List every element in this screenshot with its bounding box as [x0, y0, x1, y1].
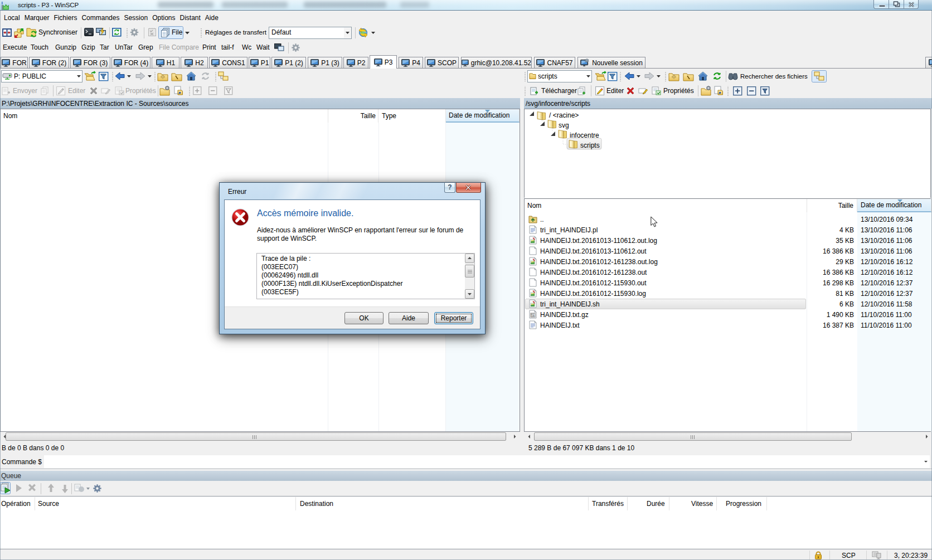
svg-text:File: File — [172, 28, 183, 36]
svg-text:Propriétés: Propriétés — [125, 87, 156, 95]
svg-text:Défaut: Défaut — [271, 28, 292, 36]
svg-text:scripts: scripts — [580, 142, 600, 149]
svg-text:/ <racine>: / <racine> — [549, 111, 579, 119]
svg-text:Propriétés: Propriétés — [663, 87, 694, 95]
svg-text:Envoyer: Envoyer — [13, 87, 37, 95]
svg-text:Synchroniser: Synchroniser — [38, 28, 77, 36]
svg-text:Télécharger: Télécharger — [541, 87, 577, 95]
svg-text:Rechercher des fichiers: Rechercher des fichiers — [740, 73, 808, 80]
svg-text:Editer: Editer — [606, 87, 624, 95]
svg-text:Editer: Editer — [68, 87, 85, 95]
svg-text:infocentre: infocentre — [570, 132, 599, 139]
svg-text:svg: svg — [559, 121, 569, 129]
svg-text:scripts: scripts — [538, 72, 557, 80]
svg-text:Réglages de transfert: Réglages de transfert — [205, 29, 267, 36]
svg-text:P: PUBLIC: P: PUBLIC — [14, 72, 46, 80]
